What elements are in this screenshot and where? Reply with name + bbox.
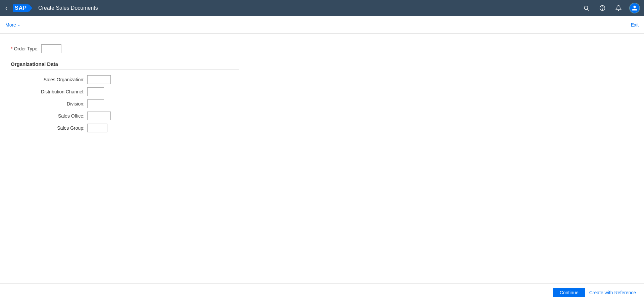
continue-button[interactable]: Continue bbox=[553, 288, 585, 297]
sap-logo: SAP bbox=[13, 4, 29, 12]
order-type-row: * Order Type: bbox=[11, 44, 633, 53]
sales-office-input[interactable] bbox=[87, 112, 111, 120]
dist-channel-input[interactable] bbox=[87, 87, 104, 96]
toolbar: More ⌄ Exit bbox=[0, 16, 644, 34]
division-label: Division: bbox=[11, 101, 85, 106]
order-type-label: Order Type: bbox=[14, 46, 39, 51]
sales-office-row: Sales Office: bbox=[11, 112, 633, 120]
required-star: * bbox=[11, 46, 12, 51]
header-left: ‹ SAP Create Sales Documents bbox=[4, 3, 98, 13]
division-row: Division: bbox=[11, 99, 633, 108]
header-right bbox=[581, 3, 640, 13]
create-with-reference-button[interactable]: Create with Reference bbox=[589, 290, 636, 295]
sales-group-row: Sales Group: bbox=[11, 124, 633, 132]
svg-point-0 bbox=[584, 6, 588, 10]
main-content: * Order Type: Organizational Data Sales … bbox=[0, 34, 644, 284]
division-input[interactable] bbox=[87, 99, 104, 108]
org-form: Sales Organization: Distribution Channel… bbox=[11, 75, 633, 132]
app-header: ‹ SAP Create Sales Documents bbox=[0, 0, 644, 16]
help-icon[interactable] bbox=[597, 3, 608, 13]
svg-line-1 bbox=[587, 9, 589, 10]
order-type-input[interactable] bbox=[41, 44, 61, 53]
organizational-data-section: Organizational Data Sales Organization: … bbox=[11, 61, 633, 132]
exit-button[interactable]: Exit bbox=[631, 22, 639, 28]
sales-office-label: Sales Office: bbox=[11, 113, 85, 119]
sales-org-row: Sales Organization: bbox=[11, 75, 633, 84]
back-button[interactable]: ‹ bbox=[4, 3, 9, 13]
chevron-down-icon: ⌄ bbox=[17, 23, 20, 27]
section-divider bbox=[11, 70, 239, 70]
dist-channel-row: Distribution Channel: bbox=[11, 87, 633, 96]
page-title: Create Sales Documents bbox=[38, 5, 98, 11]
sales-org-label: Sales Organization: bbox=[11, 77, 85, 82]
sales-org-input[interactable] bbox=[87, 75, 111, 84]
search-icon[interactable] bbox=[581, 3, 592, 13]
more-label: More bbox=[5, 22, 16, 28]
sales-group-input[interactable] bbox=[87, 124, 107, 132]
dist-channel-label: Distribution Channel: bbox=[11, 89, 85, 94]
footer: Continue Create with Reference bbox=[0, 284, 644, 301]
user-avatar[interactable] bbox=[629, 3, 640, 13]
sales-group-label: Sales Group: bbox=[11, 125, 85, 131]
more-button[interactable]: More ⌄ bbox=[5, 22, 20, 28]
sap-logo-text: SAP bbox=[13, 4, 29, 12]
org-data-title: Organizational Data bbox=[11, 61, 633, 67]
notification-icon[interactable] bbox=[613, 3, 624, 13]
